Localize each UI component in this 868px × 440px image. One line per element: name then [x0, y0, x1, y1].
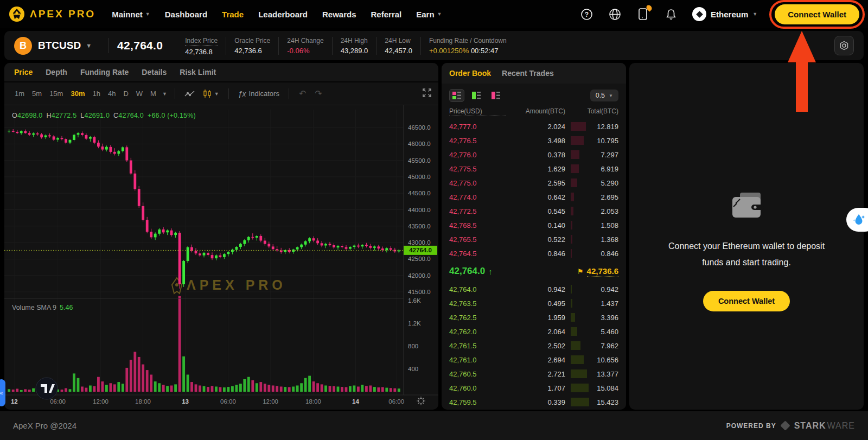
ask-row[interactable]: 42,772.50.5452.053: [442, 204, 626, 218]
nav-item-mainnet[interactable]: Mainnet▼: [112, 10, 150, 19]
ask-total: 0.846: [565, 250, 618, 258]
tab-funding-rate[interactable]: Funding Rate: [80, 68, 129, 76]
bid-amount: 2.694: [506, 356, 565, 364]
bid-row[interactable]: 42,761.52.5027.962: [442, 339, 626, 353]
side-drawer-handle[interactable]: «: [0, 379, 5, 406]
candle-style-icon[interactable]: ▼: [199, 89, 223, 99]
mobile-app-icon[interactable]: [636, 7, 650, 21]
spread-row: 42,764.0 ↑ ⚑ 42,736.6: [442, 260, 626, 282]
redo-icon[interactable]: ↷: [310, 88, 326, 99]
mark-price[interactable]: 42,764.0: [449, 266, 485, 277]
oracle-flag-icon: ⚑: [577, 267, 584, 276]
nav-right: ? Ethereum ▼ Connect Wallet: [579, 4, 859, 24]
fullscreen-icon[interactable]: [422, 88, 432, 100]
undo-icon[interactable]: ↶: [295, 88, 310, 99]
bid-row[interactable]: 42,763.50.4951.437: [442, 296, 626, 310]
ask-price: 42,772.5: [449, 207, 506, 215]
nav-item-trade[interactable]: Trade: [222, 10, 244, 19]
chevron-down-icon: ▼: [145, 11, 150, 17]
price-chart[interactable]: ΛPEX PRO46500.046000.045500.045000.04450…: [4, 105, 438, 409]
candlestick-chart-canvas[interactable]: ΛPEX PRO46500.046000.045500.045000.04450…: [4, 105, 438, 409]
bid-row[interactable]: 42,760.01.70715.084: [442, 381, 626, 395]
stat-value: 43,289.0: [341, 47, 368, 55]
svg-text:?: ?: [584, 10, 588, 18]
bid-amount: 0.339: [506, 398, 565, 406]
bid-total: 1.437: [565, 299, 618, 308]
interval-5m[interactable]: 5m: [28, 90, 46, 98]
ask-row[interactable]: 42,775.02.5955.290: [442, 176, 626, 190]
ob-tab-recent-trades[interactable]: Recent Trades: [502, 69, 554, 78]
interval-d[interactable]: D: [119, 90, 132, 98]
bid-row[interactable]: 42,759.50.33915.423: [442, 395, 626, 409]
interval-1m[interactable]: 1m: [11, 90, 28, 98]
language-globe-icon[interactable]: [608, 7, 622, 21]
svg-text:46000.0: 46000.0: [408, 141, 431, 147]
tab-risk-limit[interactable]: Risk Limit: [180, 68, 216, 76]
svg-text:800: 800: [408, 343, 418, 349]
order-book-columns: Price(USD)Amount(BTC)Total(BTC): [442, 105, 626, 119]
tab-price[interactable]: Price: [14, 68, 33, 76]
connect-wallet-button-panel[interactable]: Connect Wallet: [703, 291, 790, 311]
interval-more-chevron-icon[interactable]: ▼: [160, 91, 169, 97]
interval-w[interactable]: W: [132, 90, 146, 98]
bid-row[interactable]: 42,762.51.9593.396: [442, 310, 626, 324]
grouping-select[interactable]: 0.5▼: [590, 90, 618, 101]
bid-amount: 1.707: [506, 384, 565, 392]
tab-depth[interactable]: Depth: [46, 68, 67, 76]
tab-details[interactable]: Details: [142, 68, 167, 76]
depth-bar: [571, 150, 579, 159]
interval-15m[interactable]: 15m: [46, 90, 67, 98]
ask-row[interactable]: 42,774.00.6422.695: [442, 190, 626, 204]
ask-row[interactable]: 42,775.51.6296.919: [442, 162, 626, 176]
rewards-drop-widget[interactable]: [846, 208, 868, 232]
brand-name: ΛPEX PRO: [30, 8, 95, 20]
connect-wallet-button[interactable]: Connect Wallet: [775, 4, 859, 24]
oracle-price[interactable]: 42,736.6: [587, 266, 618, 277]
ask-row[interactable]: 42,776.53.49810.795: [442, 133, 626, 148]
ask-row[interactable]: 42,777.02.02412.819: [442, 119, 626, 133]
starkware-brand-light: WARE: [827, 421, 855, 431]
interval-1h[interactable]: 1h: [88, 90, 104, 98]
connect-message: Connect your Ethereum wallet to deposit …: [657, 238, 836, 271]
line-chart-style-icon[interactable]: [181, 90, 199, 98]
ob-tab-order-book[interactable]: Order Book: [449, 69, 491, 78]
nav-item-referral[interactable]: Referral: [371, 10, 402, 19]
interval-m[interactable]: M: [146, 90, 160, 98]
nav-item-dashboard[interactable]: Dashboard: [165, 10, 207, 19]
starkware-brand-bold: STARK: [794, 421, 826, 431]
ask-row[interactable]: 42,765.50.5221.368: [442, 232, 626, 246]
bid-row[interactable]: 42,764.00.9420.942: [442, 282, 626, 296]
indicators-button[interactable]: ƒx Indicators: [234, 90, 283, 98]
book-view-both-icon[interactable]: [449, 89, 464, 102]
ticker-settings-button[interactable]: [834, 36, 854, 55]
nav-item-rewards[interactable]: Rewards: [322, 10, 356, 19]
bid-row[interactable]: 42,760.52.72113.377: [442, 367, 626, 381]
svg-text:12: 12: [11, 398, 18, 405]
nav-item-leaderboard[interactable]: Leaderboard: [258, 10, 308, 19]
interval-30m[interactable]: 30m: [67, 90, 88, 98]
network-selector[interactable]: Ethereum ▼: [692, 7, 757, 21]
ask-total: 2.053: [565, 207, 618, 215]
book-view-bids-icon[interactable]: [469, 89, 484, 102]
help-icon[interactable]: ?: [579, 7, 593, 21]
bid-row[interactable]: 42,762.02.0645.460: [442, 324, 626, 339]
copyright-text: ApeX Pro @2024: [13, 421, 76, 430]
symbol-chevron-icon[interactable]: ▼: [86, 42, 92, 49]
bid-amount: 2.721: [506, 370, 565, 378]
interval-4h[interactable]: 4h: [104, 90, 119, 98]
market-symbol[interactable]: BTCUSD: [38, 40, 81, 52]
bid-price: 42,762.5: [449, 314, 506, 322]
stat-value: 42,457.0: [385, 47, 412, 55]
book-view-asks-icon[interactable]: [488, 89, 503, 102]
depth-bar: [571, 384, 589, 392]
nav-item-earn[interactable]: Earn▼: [416, 10, 442, 19]
notifications-bell-icon[interactable]: [664, 7, 678, 21]
ask-row[interactable]: 42,776.00.3787.297: [442, 148, 626, 162]
stat-label: Index Price: [185, 37, 218, 46]
depth-bar: [571, 327, 577, 336]
ask-row[interactable]: 42,768.50.1401.508: [442, 218, 626, 232]
stat-24h-high: 24H High43,289.0: [332, 37, 376, 55]
order-book-tabs: Order BookRecent Trades: [442, 63, 626, 84]
ask-row[interactable]: 42,764.50.8460.846: [442, 246, 626, 260]
bid-row[interactable]: 42,761.02.69410.656: [442, 353, 626, 367]
